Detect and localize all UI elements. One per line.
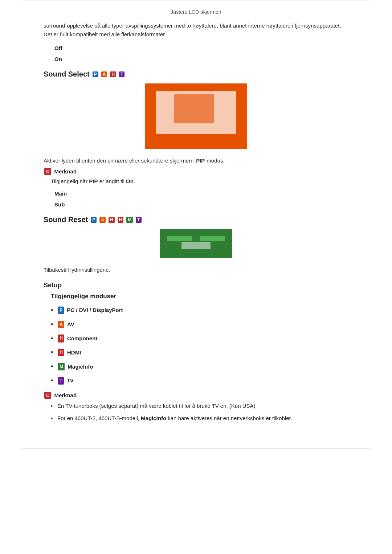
mode-hdmi-label: HDMI [67, 348, 81, 357]
mode-magicinfo-label: MagicInfo [68, 362, 93, 371]
mode-hdmi: • H HDMI [51, 347, 348, 358]
bottom-rule [22, 448, 370, 448]
badge-m-sound-reset: M [126, 217, 133, 223]
badge-p-mode: P [58, 307, 64, 314]
mode-pc: • P PC / DVI / DisplayPort [51, 305, 348, 316]
setup-note-2: For en 460UT-2, 460UT-B-modell, MagicInf… [51, 414, 348, 423]
mode-component-label: Component [67, 334, 97, 343]
bullet-dot-tv: • [51, 376, 53, 386]
bullet-dot-component: • [51, 333, 53, 344]
sound-select-note-block: C Merknad [44, 168, 348, 175]
page-header: Justere LCD-skjermen [0, 4, 392, 18]
mode-tv-label: TV [67, 376, 74, 385]
list-item-off: Off [54, 44, 348, 53]
page: Justere LCD-skjermen surround-opplevelse… [0, 0, 392, 554]
reset-center [181, 242, 211, 249]
mode-magicinfo: • M MagicInfo [51, 361, 348, 372]
merknad-label-2: Merknad [54, 392, 77, 398]
setup-notes-list: En TV-tunerboks (selges separat) må være… [51, 402, 348, 423]
badge-m-mode: M [58, 363, 65, 370]
sound-select-image [145, 83, 247, 149]
list-item-main: Main [54, 189, 348, 198]
setup-note-block: C Merknad [44, 392, 348, 399]
badge-a-sound-select: A [101, 71, 107, 77]
modes-list: • P PC / DVI / DisplayPort • A AV • H Co… [51, 305, 348, 386]
setup-heading: Setup [44, 282, 348, 289]
bullet-dot-pc: • [51, 305, 53, 316]
sound-select-list: Main Sub [54, 189, 348, 209]
setup-note-1: En TV-tunerboks (selges separat) må være… [51, 402, 348, 410]
badge-h1-sound-reset: H [109, 217, 115, 223]
intro-text: surround-opplevelse på alle typer avspil… [44, 21, 348, 39]
merknad-icon-2: C [44, 392, 51, 399]
sound-select-heading: Sound Select P A H T [44, 70, 348, 78]
page-title: Justere LCD-skjermen [171, 9, 221, 15]
bullet-dot-magicinfo: • [51, 361, 53, 372]
badge-p-sound-reset: P [91, 217, 97, 223]
sound-reset-image [160, 229, 232, 258]
sound-select-label: Sound Select [44, 70, 90, 78]
sound-reset-image-block [44, 229, 348, 259]
sound-reset-heading: Sound Reset P A H H M T [44, 216, 348, 224]
bullet-dot-av: • [51, 319, 53, 330]
sound-select-image-block [44, 83, 348, 150]
sound-select-body: Aktiver lyden til enten den primære elle… [44, 156, 348, 165]
badge-h-hdmi: H [58, 349, 64, 356]
merknad-label-1: Merknad [54, 168, 77, 175]
sub-heading-label: Tilgjengelige moduser [51, 293, 116, 300]
mode-component: • H Component [51, 333, 348, 344]
content-area: surround-opplevelse på alle typer avspil… [0, 18, 392, 441]
badge-t-sound-reset: T [136, 217, 141, 223]
badge-t-mode: T [58, 377, 64, 385]
mode-tv: • T TV [51, 376, 348, 386]
img-pixel [174, 94, 214, 123]
sound-reset-label: Sound Reset [44, 216, 88, 224]
setup-merknad-section: C Merknad En TV-tunerboks (selges separa… [44, 392, 348, 423]
list-item-sub: Sub [54, 200, 348, 209]
mode-pc-label: PC / DVI / DisplayPort [67, 306, 123, 315]
badge-h-component: H [58, 335, 64, 342]
surround-list: Off On [54, 44, 348, 63]
setup-label: Setup [44, 282, 62, 289]
list-item-on: On [54, 55, 348, 63]
badge-h-sound-select: H [110, 71, 116, 77]
sound-reset-body: Tilbakestill lydinnstillingene. [44, 266, 348, 274]
mode-av-label: AV [67, 320, 74, 329]
reset-bar2 [200, 236, 225, 241]
merknad-icon-1: C [44, 168, 51, 175]
merknad-text-1: Tilgjengelig når PIP er angitt til On. [51, 177, 348, 186]
reset-bar1 [167, 236, 192, 241]
top-rule [22, 0, 370, 4]
badge-a-sound-reset: A [99, 217, 106, 223]
sub-heading-moduser: Tilgjengelige moduser [51, 293, 348, 300]
mode-av: • A AV [51, 319, 348, 330]
badge-p-sound-select: P [93, 71, 98, 77]
badge-a-mode: A [58, 321, 64, 328]
badge-t-sound-select: T [119, 71, 124, 77]
bullet-dot-hdmi: • [51, 347, 53, 358]
badge-h2-sound-reset: H [118, 217, 124, 223]
